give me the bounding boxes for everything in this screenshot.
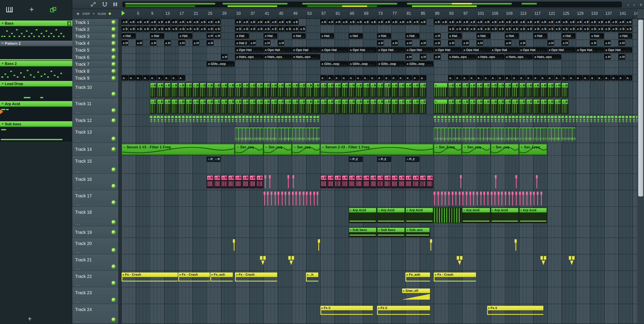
- picker-star-icon[interactable]: [29, 7, 35, 14]
- clip-K..K[interactable]: »K..K: [264, 19, 270, 25]
- track-mute-led[interactable]: [112, 137, 116, 141]
- clip-mini[interactable]: [246, 116, 248, 122]
- clip-B..s[interactable]: ≡B..s: [462, 83, 469, 97]
- clip-Ope Hat[interactable]: »Ope Hat: [519, 47, 547, 53]
- clip-midi[interactable]: ≡: [434, 99, 448, 114]
- clip-K..K[interactable]: »K..K: [164, 19, 171, 25]
- clip-Sn..[interactable]: »Sn..: [207, 27, 214, 32]
- clip-R..r[interactable]: »R..r: [363, 175, 370, 188]
- clip-Ba..[interactable]: ≡Ba..: [221, 99, 228, 114]
- track-mute-led[interactable]: [112, 200, 116, 204]
- clip-mini[interactable]: [565, 116, 568, 122]
- clip-pat[interactable]: »: [469, 75, 476, 81]
- clip-mini[interactable]: [224, 116, 227, 122]
- clip-pat[interactable]: »: [569, 75, 575, 81]
- clip-pat[interactable]: »: [490, 75, 497, 81]
- clip-Hat[interactable]: »Hat: [618, 33, 632, 39]
- clip-mini[interactable]: [498, 116, 500, 122]
- clip-B..s[interactable]: ≡B..s: [412, 83, 419, 97]
- clip-pat[interactable]: »: [590, 75, 596, 81]
- clip-B..s[interactable]: ≡B..s: [185, 83, 192, 97]
- clip-R..r[interactable]: »R..r: [398, 175, 405, 188]
- clip-Arp Acid[interactable]: ≡Arp Acid: [377, 208, 405, 223]
- clip-Ba..[interactable]: ≡Ba..: [200, 99, 206, 114]
- clip-mini[interactable]: [501, 116, 504, 122]
- clip-Fx - Crash[interactable]: »Fx - Crash: [122, 272, 178, 283]
- clip-Sn..[interactable]: »Sn..: [526, 27, 533, 32]
- clip-K..K[interactable]: »K..K: [185, 19, 192, 25]
- clip-B..s[interactable]: ≡B..s: [235, 83, 242, 97]
- clip-mini[interactable]: [434, 116, 436, 122]
- clip-Hats..ops[interactable]: »Hats..ops: [448, 54, 476, 60]
- clip-mini[interactable]: [242, 116, 245, 122]
- clip-Ope Hat[interactable]: »Ope Hat: [490, 47, 518, 53]
- clip-Fx ii[interactable]: »Fx ii: [377, 306, 430, 316]
- playlist-lane-10[interactable]: ≡B..s≡B..s≡B..s≡B..s≡B..s≡B..s≡B..s≡B..s…: [122, 82, 638, 98]
- clip-mini[interactable]: [302, 116, 305, 122]
- clip-Sn..[interactable]: »Sn..: [242, 27, 249, 32]
- track-header-13[interactable]: Track 13...: [72, 127, 118, 143]
- clip-Fx ii[interactable]: »Fx ii: [487, 306, 544, 316]
- clip-Sn..[interactable]: »Sn..: [611, 27, 618, 32]
- clip-K..K[interactable]: »K..K: [200, 19, 206, 25]
- clip-K..K[interactable]: »K..K: [597, 19, 604, 25]
- clip-mini[interactable]: [608, 116, 610, 122]
- clip-Sn..[interactable]: »Sn..: [185, 27, 192, 32]
- clip-pat[interactable]: »: [597, 75, 604, 81]
- clip-spike[interactable]: [494, 192, 496, 205]
- clip-Ba..[interactable]: ≡Ba..: [370, 99, 376, 114]
- track-mute-led[interactable]: [112, 168, 116, 171]
- magnet-snap-icon[interactable]: [102, 2, 108, 8]
- clip-H..[interactable]: »H..: [562, 40, 568, 46]
- playlist-lane-17[interactable]: [122, 190, 638, 206]
- playlist-lane-15[interactable]: ≡P..2≡P..2≡P..2≡P..2≡P..2: [122, 156, 638, 174]
- clip-Ser..req[interactable]: ~Ser..req: [235, 144, 263, 155]
- clip-saw[interactable]: [264, 127, 277, 141]
- clip-mini[interactable]: [196, 116, 198, 122]
- clip-spikey[interactable]: [233, 239, 235, 251]
- clip-mini[interactable]: [452, 116, 454, 122]
- clip-K..K[interactable]: »K..K: [526, 19, 533, 25]
- clip-spike[interactable]: [306, 192, 308, 205]
- clip-K..K[interactable]: »K..K: [128, 19, 135, 25]
- clip-mini[interactable]: [544, 116, 546, 122]
- playlist-lane-16[interactable]: »R..r»R..r»R..r»R..r»R..r»R..r»R..r»R..r…: [122, 174, 638, 190]
- clip-Arp Acid[interactable]: ≡Arp Acid: [490, 208, 518, 223]
- clip-mini[interactable]: [512, 116, 514, 122]
- clip-Ba..[interactable]: ≡Ba..: [207, 99, 214, 114]
- clip-K..K[interactable]: »K..K: [377, 19, 384, 25]
- clip-mini[interactable]: [580, 116, 582, 122]
- clip-Ba..[interactable]: ≡Ba..: [299, 99, 306, 114]
- pattern-item-bass-2[interactable]: ≡Bass 2: [0, 61, 72, 67]
- clip-Ba..[interactable]: ≡Ba..: [327, 99, 334, 114]
- clip-Ser..Freq[interactable]: ~Ser..Freq: [434, 144, 462, 155]
- clip-spike[interactable]: [459, 192, 460, 205]
- clip-Ope Hat[interactable]: »Ope Hat: [434, 47, 462, 53]
- clip-saw[interactable]: [278, 127, 292, 141]
- clip-mini[interactable]: [203, 116, 206, 122]
- clip-spike[interactable]: [444, 192, 446, 205]
- clip-K..K[interactable]: »K..K: [576, 19, 582, 25]
- clip-midi[interactable]: ≡: [434, 83, 448, 97]
- clip-mini[interactable]: [189, 116, 192, 122]
- track-header-17[interactable]: Track 17...: [72, 190, 118, 206]
- clip-pat[interactable]: »: [178, 75, 185, 81]
- scroll-right-icon[interactable]: ›: [633, 2, 635, 8]
- clip-spike[interactable]: [526, 192, 528, 205]
- clip-Sn..[interactable]: »Sn..: [122, 27, 128, 32]
- clip-mini[interactable]: [558, 116, 560, 122]
- clip-mini[interactable]: [530, 116, 532, 122]
- clip-Hat 2[interactable]: »Hat 2: [235, 40, 249, 46]
- clip-R..r[interactable]: »R..r: [249, 175, 256, 188]
- clip-Ba..[interactable]: ≡Ba..: [512, 99, 518, 114]
- clip-H..[interactable]: »H..: [462, 40, 469, 46]
- clip-mini[interactable]: [455, 116, 458, 122]
- clip-Ope Hat[interactable]: »Ope Hat: [406, 47, 433, 53]
- clip-K..K[interactable]: »K..K: [192, 19, 199, 25]
- clip-Ope Hat[interactable]: »Ope Hat: [292, 47, 320, 53]
- clip-Ba..[interactable]: ≡Ba..: [249, 99, 256, 114]
- clip-Sn..[interactable]: »Sn..: [562, 27, 568, 32]
- track-mute-led[interactable]: [112, 55, 116, 59]
- clip-B..s[interactable]: ≡B..s: [562, 83, 568, 97]
- clip-mini[interactable]: [310, 116, 312, 122]
